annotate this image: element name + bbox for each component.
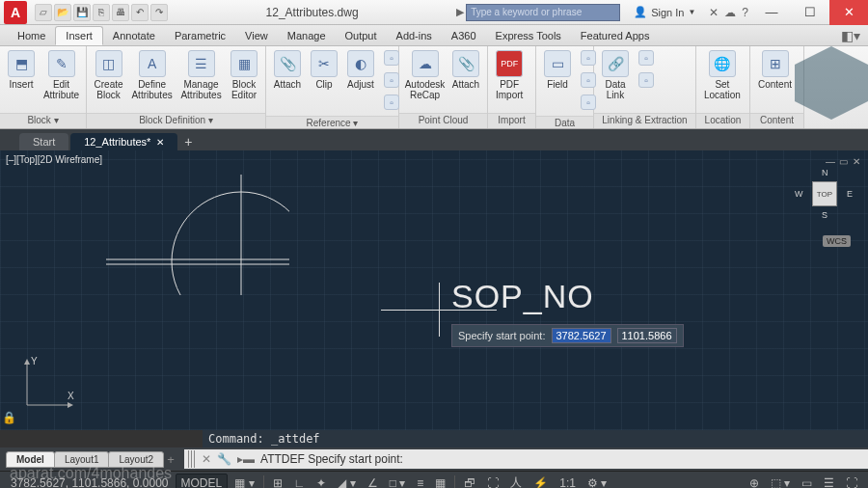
close-button[interactable]: ✕ — [829, 0, 868, 25]
tab-annotate[interactable]: Annotate — [103, 27, 165, 44]
qat-plot-icon[interactable]: 🖶 — [112, 4, 129, 21]
pdf-import-button[interactable]: PDFPDF Import — [492, 48, 527, 102]
exchange-icon[interactable]: ✕ — [709, 6, 719, 19]
qat-undo-icon[interactable]: ↶ — [131, 4, 149, 21]
panel-label[interactable]: Block Definition ▾ — [87, 113, 265, 128]
qat-saveas-icon[interactable]: ⎘ — [93, 4, 110, 21]
set-location-button[interactable]: 🌐Set Location — [700, 48, 745, 102]
grid-toggle-icon[interactable]: ▦ ▾ — [230, 474, 258, 489]
cmdline-options-icon[interactable]: 🔧 — [217, 452, 231, 466]
vp-close-icon[interactable]: ✕ — [853, 156, 862, 166]
recap-button[interactable]: ☁Autodesk ReCap — [403, 48, 447, 102]
viewcube-e[interactable]: E — [847, 189, 853, 199]
manage-attributes-button[interactable]: ☰Manage Attributes — [177, 48, 225, 102]
tab-parametric[interactable]: Parametric — [165, 27, 235, 44]
annoauto-icon[interactable]: ⚡ — [529, 474, 553, 489]
link-s1[interactable]: ▫ — [635, 48, 658, 69]
modelspace-toggle[interactable]: MODEL — [176, 474, 229, 489]
cmdline-grip-icon[interactable] — [188, 450, 196, 468]
viewcube-n[interactable]: N — [822, 168, 828, 177]
add-tab-button[interactable]: + — [179, 133, 197, 150]
ribbon-options-icon[interactable]: ◧▾ — [841, 28, 860, 43]
panel-label[interactable]: Reference ▾ — [266, 116, 398, 129]
adjust-button[interactable]: ◐Adjust — [343, 48, 378, 92]
edit-attribute-button[interactable]: ✎Edit Attribute — [41, 48, 82, 102]
cmdline-close-icon[interactable]: ✕ — [202, 452, 211, 466]
viewcube-w[interactable]: W — [795, 189, 803, 199]
content-button[interactable]: ⊞Content — [754, 48, 796, 92]
tab-featuredapps[interactable]: Featured Apps — [571, 27, 660, 44]
transparency-toggle-icon[interactable]: ▦ — [430, 474, 450, 489]
osnap-toggle-icon[interactable]: ∠ — [363, 474, 383, 489]
drawing-viewport[interactable]: [–][Top][2D Wireframe] — ▭ ✕ SOP_NO Spec… — [0, 150, 868, 430]
vp-minimize-icon[interactable]: — — [826, 156, 835, 166]
ortho-toggle-icon[interactable]: ∟ — [289, 474, 311, 489]
tab-output[interactable]: Output — [336, 27, 387, 44]
panel-label[interactable]: Block ▾ — [0, 113, 86, 128]
help-icon[interactable]: ? — [742, 6, 748, 19]
annomon-icon[interactable]: ⊕ — [745, 474, 764, 489]
attach-button[interactable]: 📎Attach — [270, 48, 305, 92]
quickprops-icon[interactable]: ▭ — [797, 474, 817, 489]
wcs-badge[interactable]: WCS — [823, 235, 851, 247]
lineweight-toggle-icon[interactable]: ≡ — [412, 474, 428, 489]
command-line[interactable]: ✕ 🔧 ▸▬ ATTDEF Specify start point: — [184, 449, 868, 469]
minimize-button[interactable]: — — [752, 0, 791, 25]
qat-save-icon[interactable]: 💾 — [73, 4, 91, 21]
panel-label: Location — [696, 113, 749, 128]
field-button[interactable]: ▭Field — [540, 48, 575, 92]
panel-label: Content — [750, 113, 803, 128]
tooltip-x-value[interactable]: 3782.5627 — [552, 328, 611, 343]
viewcube-s[interactable]: S — [822, 210, 827, 220]
custom-icon[interactable]: ☰ — [819, 474, 839, 489]
app-menu-icon[interactable]: A — [4, 1, 27, 24]
create-block-button[interactable]: ◫Create Block — [91, 48, 126, 102]
block-editor-button[interactable]: ▦Block Editor — [227, 48, 261, 102]
tab-addins[interactable]: Add-ins — [387, 27, 442, 44]
qat-redo-icon[interactable]: ↷ — [150, 4, 168, 21]
clip-button[interactable]: ✂Clip — [307, 48, 341, 92]
tab-home[interactable]: Home — [8, 27, 55, 44]
insert-block-button[interactable]: ⬒Insert — [4, 48, 39, 92]
define-attributes-button[interactable]: ADefine Attributes — [128, 48, 176, 102]
filetab-drawing[interactable]: 12_Attributes*✕ — [70, 133, 177, 150]
scale-list[interactable]: 1:1 — [555, 474, 581, 489]
datalink-button[interactable]: 🔗Data Link — [598, 48, 633, 102]
pc-attach-button[interactable]: 📎Attach — [448, 48, 483, 92]
otrack-toggle-icon[interactable]: □ ▾ — [385, 474, 411, 489]
viewcube-top[interactable]: TOP — [812, 181, 837, 206]
cleanscreen-icon[interactable]: ⛶ — [841, 474, 862, 489]
link-s2[interactable]: ▫ — [635, 70, 658, 92]
snap-toggle-icon[interactable]: ⊞ — [268, 474, 287, 489]
annovis-icon[interactable]: 人 — [505, 474, 527, 489]
help-search-input[interactable]: Type a keyword or phrase — [466, 4, 620, 21]
close-tab-icon[interactable]: ✕ — [156, 137, 164, 148]
tab-insert[interactable]: Insert — [55, 26, 103, 45]
annoscale-icon[interactable]: ⛶ — [482, 474, 503, 489]
qat-new-icon[interactable]: ▱ — [35, 4, 52, 21]
maximize-button[interactable]: ☐ — [791, 0, 829, 25]
nav-lock-icon[interactable]: 🔒 — [2, 411, 16, 424]
signin-button[interactable]: 👤Sign In▼ — [628, 4, 701, 21]
polar-toggle-icon[interactable]: ✦ — [312, 474, 331, 489]
qat-open-icon[interactable]: 📂 — [54, 4, 71, 21]
viewcube[interactable]: N S W E TOP — [800, 170, 849, 218]
tab-view[interactable]: View — [235, 27, 278, 44]
edit-attr-icon: ✎ — [48, 50, 75, 77]
tab-expresstools[interactable]: Express Tools — [486, 27, 571, 44]
iso-toggle-icon[interactable]: ◢ ▾ — [333, 474, 360, 489]
units-icon[interactable]: ⬚ ▾ — [766, 474, 795, 489]
panel-block-definition: ◫Create Block ADefine Attributes ☰Manage… — [87, 46, 266, 128]
tab-a360[interactable]: A360 — [442, 27, 486, 44]
manage-attr-icon: ☰ — [188, 50, 215, 77]
search-arrow-icon[interactable]: ▶ — [456, 6, 464, 18]
drawing-canvas[interactable] — [0, 150, 289, 295]
panel-import: PDFPDF Import Import — [488, 46, 536, 128]
cycle-toggle-icon[interactable]: 🗗 — [459, 474, 480, 489]
vp-restore-icon[interactable]: ▭ — [839, 156, 849, 166]
filetab-start[interactable]: Start — [19, 133, 68, 150]
ws-switch-icon[interactable]: ⚙ ▾ — [583, 474, 611, 489]
stayconnected-icon[interactable]: ☁ — [724, 6, 736, 19]
tooltip-y-value[interactable]: 1101.5866 — [617, 328, 677, 343]
tab-manage[interactable]: Manage — [278, 27, 336, 44]
